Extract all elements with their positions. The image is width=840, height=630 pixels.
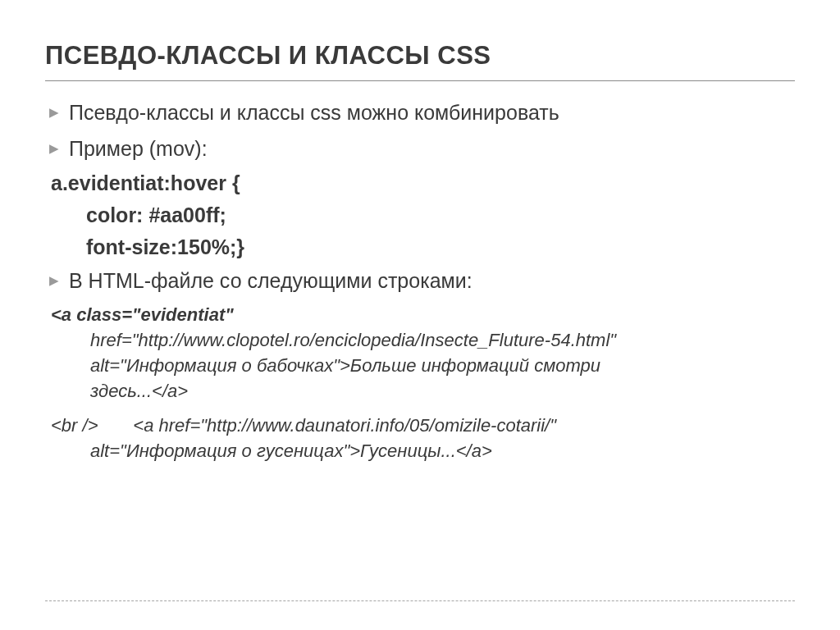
bullet-text: Пример (mov): — [69, 135, 795, 163]
html-line: alt="Информация о гусеницах">Гусеницы...… — [51, 439, 795, 464]
html-line: <a class="evidentiat" — [51, 304, 234, 325]
bullet-marker-icon: ▶ — [49, 142, 59, 154]
html-code-block: <br /> <a href="http://www.daunatori.inf… — [49, 413, 795, 464]
bullet-marker-icon: ▶ — [49, 106, 59, 118]
html-line: <a href="http://www.daunatori.info/05/om… — [133, 415, 556, 436]
bullet-item: ▶ Псевдо-классы и классы css можно комби… — [49, 99, 795, 127]
bullet-item: ▶ В HTML-файле со следующими строками: — [49, 267, 795, 295]
slide-content: ▶ Псевдо-классы и классы css можно комби… — [45, 99, 795, 464]
title-divider — [45, 80, 795, 81]
code-line: a.evidentiat:hover { — [49, 171, 795, 195]
html-line: <br /> — [51, 415, 98, 436]
html-code-block: <a class="evidentiat" href="http://www.c… — [49, 303, 795, 404]
html-line: здесь...</a> — [51, 379, 795, 404]
bullet-marker-icon: ▶ — [49, 274, 59, 286]
bullet-text: Псевдо-классы и классы css можно комбини… — [69, 99, 795, 127]
bullet-text: В HTML-файле со следующими строками: — [69, 267, 795, 295]
html-line: href="http://www.clopotel.ro/enciclopedi… — [51, 328, 795, 354]
html-line: alt="Информация о бабочках">Больше инфор… — [51, 354, 795, 379]
code-line: color: #aa00ff; — [49, 203, 795, 227]
bullet-item: ▶ Пример (mov): — [49, 135, 795, 163]
slide-title: ПСЕВДО-КЛАССЫ И КЛАССЫ CSS — [45, 41, 795, 71]
code-line: font-size:150%;} — [49, 235, 795, 259]
bottom-divider — [45, 600, 795, 601]
